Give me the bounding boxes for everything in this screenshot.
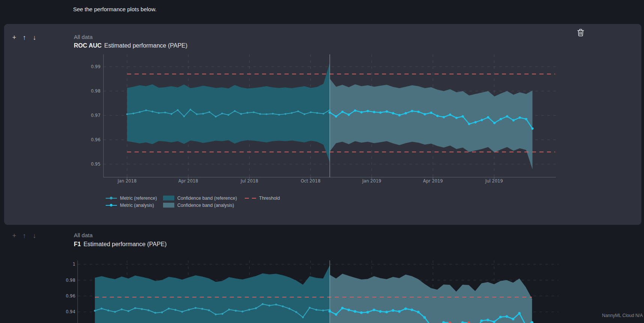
- svg-text:0.97: 0.97: [91, 113, 100, 118]
- nannyml-brand-label: NannyML Cloud N/A: [602, 313, 643, 318]
- legend-item[interactable]: Metric (reference): [106, 196, 163, 201]
- move-plot-down-button-2[interactable]: ↓: [31, 232, 38, 239]
- chart-title-2: F1Estimated performance (PAPE): [74, 241, 167, 248]
- chart-title-rest-2: Estimated performance (PAPE): [84, 241, 167, 247]
- scope-label: All data: [74, 34, 93, 40]
- svg-text:Jul 2019: Jul 2019: [485, 178, 503, 184]
- svg-text:Apr 2019: Apr 2019: [423, 178, 443, 184]
- svg-text:Jan 2018: Jan 2018: [117, 178, 137, 184]
- svg-text:1: 1: [73, 262, 75, 267]
- legend-swatch-band: [163, 203, 174, 208]
- delete-plot-button[interactable]: [575, 27, 587, 39]
- performance-dashboard: { "page": { "intro_text": "See the perfo…: [0, 0, 644, 323]
- scope-label-2: All data: [74, 232, 93, 238]
- legend-label: Threshold: [259, 196, 280, 201]
- move-plot-up-button-2[interactable]: ↑: [21, 232, 28, 239]
- svg-text:0.95: 0.95: [91, 162, 100, 167]
- svg-text:0.96: 0.96: [66, 293, 75, 299]
- svg-text:0.96: 0.96: [91, 137, 100, 142]
- legend-swatch-line: [106, 205, 117, 206]
- svg-text:Oct 2018: Oct 2018: [301, 178, 321, 184]
- add-plot-button[interactable]: +: [10, 34, 18, 41]
- svg-text:0.94: 0.94: [66, 309, 75, 314]
- move-plot-up-button[interactable]: ↑: [21, 34, 28, 41]
- legend-label: Confidence band (analysis): [177, 203, 234, 208]
- chart-legend: Metric (reference)Confidence band (refer…: [106, 194, 297, 209]
- legend-label: Metric (reference): [120, 196, 157, 201]
- legend-swatch-line: [106, 198, 117, 199]
- trash-icon: [577, 28, 585, 37]
- svg-text:0.98: 0.98: [91, 88, 100, 94]
- metric-name-2: F1: [74, 241, 81, 247]
- roc-auc-chart[interactable]: 0.990.980.970.960.95Jan 2018Apr 2018Jul …: [73, 47, 568, 188]
- svg-text:0.98: 0.98: [66, 278, 75, 283]
- legend-label: Metric (analysis): [120, 203, 154, 208]
- intro-text: See the performance plots below.: [73, 6, 157, 12]
- legend-item[interactable]: Confidence band (reference): [163, 196, 245, 201]
- svg-text:Apr 2018: Apr 2018: [178, 178, 198, 184]
- legend-label: Confidence band (reference): [177, 196, 237, 201]
- legend-swatch-dash: [245, 198, 256, 199]
- svg-text:Jul 2018: Jul 2018: [240, 178, 258, 184]
- svg-text:0.99: 0.99: [91, 64, 100, 69]
- legend-item[interactable]: Metric (analysis): [106, 203, 163, 208]
- add-plot-button-2[interactable]: +: [10, 232, 18, 239]
- f1-chart[interactable]: 10.980.960.94: [56, 257, 566, 323]
- legend-item[interactable]: Threshold: [245, 196, 297, 201]
- legend-swatch-band: [163, 196, 174, 200]
- move-plot-down-button[interactable]: ↓: [31, 34, 38, 41]
- svg-text:Jan 2019: Jan 2019: [362, 178, 381, 184]
- legend-item[interactable]: Confidence band (analysis): [163, 203, 245, 208]
